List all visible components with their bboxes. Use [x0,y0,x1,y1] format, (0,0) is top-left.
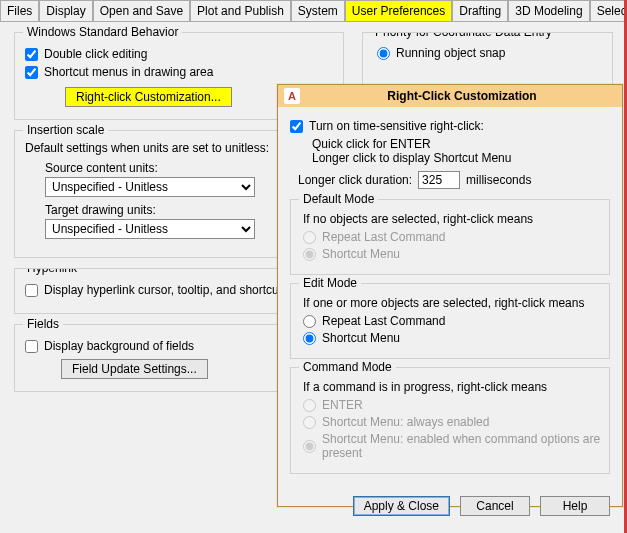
group-edit-mode: Edit Mode If one or more objects are sel… [290,283,610,359]
group-title: Hyperlink [23,268,81,275]
label-duration-unit: milliseconds [466,173,531,187]
btn-right-click-customization[interactable]: Right-click Customization... [65,87,232,107]
group-title: Command Mode [299,360,396,374]
group-title: Fields [23,317,63,331]
btn-help[interactable]: Help [540,496,610,516]
label-duration: Longer click duration: [298,173,412,187]
label-cmd-always: Shortcut Menu: always enabled [322,415,489,429]
radio-default-repeat [303,231,316,244]
label-double-click: Double click editing [44,47,147,61]
tab-files[interactable]: Files [0,0,39,21]
dialog-titlebar[interactable]: A Right-Click Customization [278,85,622,107]
chk-shortcut-menus-drawing[interactable] [25,66,38,79]
label-time-sensitive-rc: Turn on time-sensitive right-click: [309,119,484,133]
chk-field-background[interactable] [25,340,38,353]
dialog-right-click-customization: A Right-Click Customization Turn on time… [277,84,623,507]
group-title: Insertion scale [23,123,108,137]
desc-command-mode: If a command is in progress, right-click… [303,380,601,394]
btn-cancel[interactable]: Cancel [460,496,530,516]
tab-bar: Files Display Open and Save Plot and Pub… [0,0,627,22]
chk-hyperlink-cursor[interactable] [25,284,38,297]
label-longer-click: Longer click to display Shortcut Menu [312,151,610,165]
tab-3d-modeling[interactable]: 3D Modeling [508,0,589,21]
select-target-units[interactable]: Unspecified - Unitless [45,219,255,239]
radio-edit-shortcut[interactable] [303,332,316,345]
chk-double-click-editing[interactable] [25,48,38,61]
label-hyperlink-cursor: Display hyperlink cursor, tooltip, and s… [44,283,282,297]
label-cmd-when-options: Shortcut Menu: enabled when command opti… [322,432,601,460]
group-title: Priority for Coordinate Data Entry [371,32,556,39]
tab-selection[interactable]: Selection [590,0,627,21]
desc-edit-mode: If one or more objects are selected, rig… [303,296,601,310]
tab-plot-and-publish[interactable]: Plot and Publish [190,0,291,21]
label-quick-click: Quick click for ENTER [312,137,610,151]
group-command-mode: Command Mode If a command is in progress… [290,367,610,474]
label-edit-repeat: Repeat Last Command [322,314,445,328]
label-default-repeat: Repeat Last Command [322,230,445,244]
desc-default-mode: If no objects are selected, right-click … [303,212,601,226]
radio-cmd-enter [303,399,316,412]
radio-running-object-snap[interactable] [377,47,390,60]
label-default-shortcut: Shortcut Menu [322,247,400,261]
tab-drafting[interactable]: Drafting [452,0,508,21]
tab-open-and-save[interactable]: Open and Save [93,0,190,21]
label-shortcut-menus: Shortcut menus in drawing area [44,65,213,79]
label-field-background: Display background of fields [44,339,194,353]
btn-field-update-settings[interactable]: Field Update Settings... [61,359,208,379]
tab-user-preferences[interactable]: User Preferences [345,0,452,21]
radio-edit-repeat[interactable] [303,315,316,328]
tab-display[interactable]: Display [39,0,92,21]
label-cmd-enter: ENTER [322,398,363,412]
tab-system[interactable]: System [291,0,345,21]
app-icon: A [284,88,300,104]
dialog-title-text: Right-Click Customization [308,89,616,103]
group-title: Windows Standard Behavior [23,25,182,39]
group-title: Default Mode [299,192,378,206]
btn-apply-close[interactable]: Apply & Close [353,496,450,516]
group-default-mode: Default Mode If no objects are selected,… [290,199,610,275]
label-running-object-snap: Running object snap [396,46,505,60]
group-title: Edit Mode [299,276,361,290]
radio-cmd-when-options [303,440,316,453]
label-edit-shortcut: Shortcut Menu [322,331,400,345]
group-priority-coord: Priority for Coordinate Data Entry Runni… [362,32,613,92]
input-duration[interactable] [418,171,460,189]
radio-cmd-always [303,416,316,429]
select-source-units[interactable]: Unspecified - Unitless [45,177,255,197]
radio-default-shortcut [303,248,316,261]
chk-time-sensitive-rc[interactable] [290,120,303,133]
